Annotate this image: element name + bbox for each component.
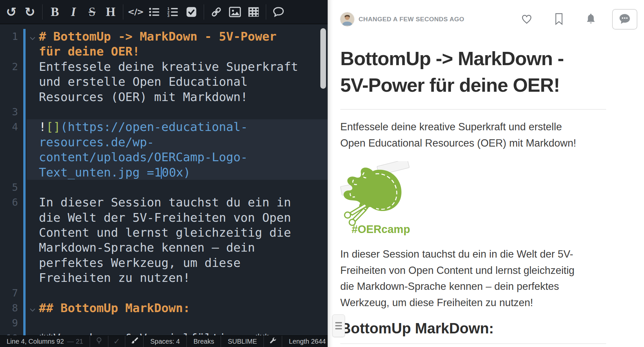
- app-window: ↺↻BISH</>123 1# BottomUp -> MarkDown - 5…: [0, 0, 644, 347]
- code-row-line-2[interactable]: Resources (OER) mit Markdown!: [0, 89, 328, 104]
- redo-button[interactable]: ↻: [21, 2, 39, 22]
- code-row-line-1[interactable]: für deine OER!: [0, 44, 328, 59]
- code-text: # BottomUp -> MarkDown - 5V-Power: [39, 29, 328, 44]
- link-button[interactable]: [207, 2, 226, 22]
- code-row-line-9[interactable]: 9: [0, 315, 328, 330]
- section-divider: [340, 343, 606, 344]
- scissors-icon: [345, 204, 367, 225]
- toolbar-separator: [204, 4, 204, 20]
- indent-setting[interactable]: Spaces: 4: [144, 336, 187, 347]
- format-brush-button[interactable]: [125, 336, 144, 347]
- image-button[interactable]: [226, 2, 244, 22]
- redo-icon: ↻: [25, 6, 35, 18]
- code-row-line-7[interactable]: 7: [0, 286, 328, 300]
- code-row-line-6[interactable]: Markdown-Sprache kennen – dein: [0, 240, 328, 255]
- line-number[interactable]: 2: [0, 59, 18, 74]
- preferences-button[interactable]: [264, 336, 282, 347]
- code-row-line-6[interactable]: Freiheiten zu nutzen!: [0, 270, 328, 285]
- code-row-line-4[interactable]: resources.de/wp-: [0, 135, 328, 150]
- wrench-icon: [269, 337, 277, 346]
- code-token: für deine OER!: [39, 45, 140, 58]
- rendered-document: BottomUp -> MarkDown - 5V-Power für dein…: [340, 45, 606, 344]
- code-token: Resources (OER) mit Markdown!: [39, 90, 248, 104]
- line-number[interactable]: 1: [0, 29, 18, 44]
- line-number[interactable]: 9: [0, 315, 18, 330]
- comments-button[interactable]: [612, 9, 637, 30]
- code-row-line-4[interactable]: Text_unten.jpg =100x): [0, 165, 328, 180]
- code-text: Freiheiten zu nutzen!: [39, 270, 328, 285]
- code-row-line-3[interactable]: 3: [0, 104, 328, 119]
- line-number[interactable]: 7: [0, 286, 18, 300]
- like-button[interactable]: [520, 13, 533, 26]
- spaces-label: Spaces: 4: [150, 338, 180, 345]
- check-icon: ✓: [113, 337, 120, 346]
- ordered-list-button[interactable]: 123: [163, 2, 182, 22]
- line-number[interactable]: 8: [0, 300, 18, 315]
- code-token: 00x): [161, 166, 190, 179]
- code-token: und erstelle Open Educational: [39, 75, 248, 88]
- undo-button[interactable]: ↺: [2, 2, 21, 22]
- cursor-position[interactable]: Line 4, Columns 92 — 21: [0, 336, 90, 347]
- code-row-line-1[interactable]: 1# BottomUp -> MarkDown - 5V-Power: [0, 29, 328, 44]
- spellcheck-button[interactable]: ✓: [108, 336, 125, 347]
- code-row-line-4[interactable]: content/uploads/OERCamp-Logo-: [0, 150, 328, 165]
- line-number[interactable]: 4: [0, 119, 18, 134]
- comment-icon: [272, 6, 284, 18]
- title-divider: [340, 109, 606, 110]
- check-list-button[interactable]: [182, 2, 201, 22]
- fold-gutter[interactable]: [18, 29, 39, 44]
- code-token: # BottomUp -> MarkDown - 5V-Power: [39, 30, 276, 43]
- code-token: ## BottomUp MarkDown:: [39, 301, 190, 315]
- bell-icon: [585, 13, 597, 26]
- length-label: Length 2644: [289, 338, 326, 345]
- code-token: perfektes Werkzeug, um diese: [39, 256, 241, 270]
- notifications-button[interactable]: [585, 13, 597, 26]
- unordered-list-button[interactable]: [145, 2, 163, 22]
- check-list-icon: [186, 7, 197, 17]
- code-text: für deine OER!: [39, 44, 328, 59]
- comment-button[interactable]: [269, 2, 288, 22]
- toc-toggle[interactable]: [332, 314, 345, 337]
- code-row-line-6[interactable]: Content und lernst gleichzeitig die: [0, 225, 328, 240]
- line-number[interactable]: 5: [0, 180, 18, 195]
- avatar[interactable]: [340, 12, 354, 26]
- code-row-line-10[interactable]: 10**Verwahren & Vervielfältigen:**: [0, 331, 328, 336]
- strikethrough-button[interactable]: S: [83, 2, 101, 22]
- code-row-line-8[interactable]: 8## BottomUp MarkDown:: [0, 300, 328, 315]
- code-row-line-6[interactable]: die Welt der 5V-Freiheiten von Open: [0, 210, 328, 225]
- line-number[interactable]: 3: [0, 104, 18, 119]
- hamburger-icon: [335, 321, 342, 330]
- code-token: Content und lernst gleichzeitig die: [39, 226, 291, 239]
- undo-icon: ↺: [6, 6, 17, 18]
- table-icon: [248, 7, 259, 17]
- hint-button[interactable]: [90, 336, 108, 347]
- header-actions: [500, 9, 637, 30]
- unordered-list-icon: [149, 7, 160, 17]
- code-row-line-2[interactable]: und erstelle Open Educational: [0, 74, 328, 89]
- table-button[interactable]: [244, 2, 263, 22]
- bookmark-button[interactable]: [554, 13, 564, 26]
- editor-scrollbar-thumb[interactable]: [320, 28, 326, 89]
- linebreak-setting[interactable]: Breaks: [187, 336, 221, 347]
- code-text: resources.de/wp-: [39, 135, 328, 150]
- editor-lines: 1# BottomUp -> MarkDown - 5V-Powerfür de…: [0, 29, 328, 336]
- bold-button[interactable]: B: [46, 2, 64, 22]
- code-row-line-6[interactable]: 6In dieser Session tauchst du ein in: [0, 195, 328, 210]
- code-row-line-2[interactable]: 2Entfessele deine kreative Superkraft: [0, 59, 328, 74]
- code-text: **Verwahren & Vervielfältigen:**: [39, 331, 328, 336]
- keymap-setting[interactable]: SUBLIME: [221, 336, 264, 347]
- code-row-line-5[interactable]: 5: [0, 180, 328, 195]
- last-changed-label: CHANGED A FEW SECONDS AGO: [359, 16, 464, 23]
- code-editor[interactable]: 1# BottomUp -> MarkDown - 5V-Powerfür de…: [0, 25, 328, 336]
- toolbar-separator: [42, 4, 43, 20]
- heading-button[interactable]: H: [101, 2, 120, 22]
- code-row-line-4[interactable]: 4![](https://open-educational-: [0, 119, 328, 134]
- fold-gutter[interactable]: [18, 300, 39, 315]
- italic-button[interactable]: I: [64, 2, 83, 22]
- code-row-line-6[interactable]: perfektes Werkzeug, um diese: [0, 255, 328, 270]
- code-token: resources.de/wp-: [39, 135, 154, 149]
- code-button[interactable]: </>: [126, 2, 145, 22]
- line-number[interactable]: 6: [0, 195, 18, 210]
- line-number[interactable]: 10: [0, 331, 18, 336]
- code-text: Markdown-Sprache kennen – dein: [39, 240, 328, 255]
